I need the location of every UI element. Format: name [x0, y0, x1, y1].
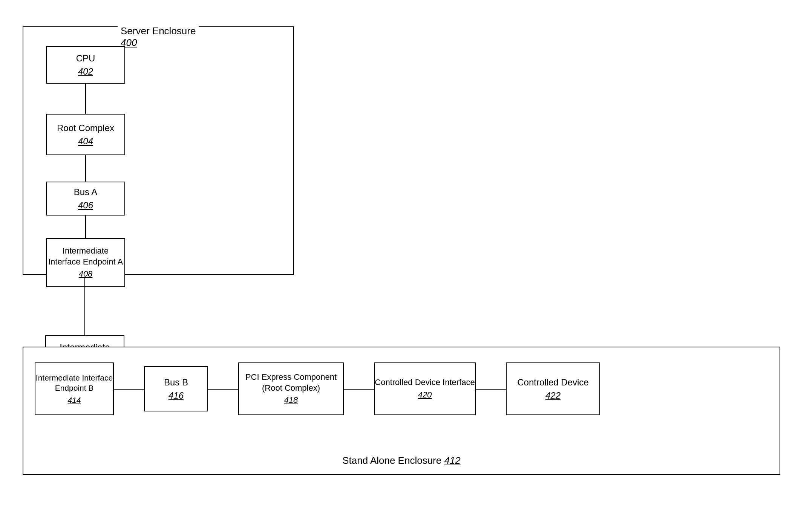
connector-bus-iia: [85, 216, 86, 238]
ii-endpoint-b-box: Intermediate Interface Endpoint B 414: [35, 362, 114, 415]
standalone-enclosure: Intermediate Interface Endpoint B 414 Bu…: [23, 347, 780, 475]
ii-endpoint-a-ref: 408: [79, 269, 93, 280]
connector-iia-ii: [84, 277, 85, 335]
controlled-device-interface-label: Controlled Device Interface: [375, 377, 475, 388]
controlled-device-label: Controlled Device: [517, 376, 588, 388]
standalone-enclosure-title: Stand Alone Enclosure: [342, 455, 441, 466]
bus-a-ref: 406: [78, 199, 93, 211]
root-complex-label: Root Complex: [57, 122, 114, 134]
standalone-enclosure-label: Stand Alone Enclosure 412: [23, 455, 780, 466]
standalone-enclosure-ref: 412: [444, 455, 460, 466]
cpu-box: CPU 402: [46, 46, 125, 84]
ii-endpoint-b-ref: 414: [67, 395, 81, 405]
root-complex-ref: 404: [78, 135, 93, 147]
connector-cdi-cd: [476, 389, 506, 390]
cpu-ref: 402: [78, 66, 93, 77]
connector-root-bus: [85, 155, 86, 182]
controlled-device-interface-ref: 420: [418, 390, 432, 401]
bus-b-box: Bus B 416: [144, 366, 208, 411]
server-enclosure-title: Server Enclosure: [121, 25, 196, 37]
controlled-device-ref: 422: [545, 390, 561, 401]
bus-a-box: Bus A 406: [46, 182, 125, 216]
server-enclosure: Server Enclosure 400 CPU 402 Root Comple…: [23, 26, 294, 275]
bus-a-label: Bus A: [74, 186, 98, 198]
pci-express-label: PCI Express Component (Root Complex): [239, 372, 343, 393]
ii-endpoint-a-label: Intermediate Interface Endpoint A: [47, 246, 124, 267]
controlled-device-box: Controlled Device 422: [506, 362, 600, 415]
connector-cpu-root: [85, 84, 86, 114]
diagram-container: Server Enclosure 400 CPU 402 Root Comple…: [11, 15, 784, 520]
server-enclosure-label: Server Enclosure 400: [118, 25, 199, 49]
bus-b-label: Bus B: [164, 376, 188, 388]
connector-busb-pci: [208, 389, 238, 390]
connector-iib-busb: [114, 389, 144, 390]
controlled-device-interface-box: Controlled Device Interface 420: [374, 362, 476, 415]
ii-endpoint-b-label: Intermediate Interface Endpoint B: [35, 373, 113, 393]
root-complex-box: Root Complex 404: [46, 114, 125, 155]
connector-pci-cdi: [344, 389, 374, 390]
pci-express-ref: 418: [284, 395, 298, 406]
ii-endpoint-a-box: Intermediate Interface Endpoint A 408: [46, 238, 125, 287]
cpu-label: CPU: [76, 52, 95, 64]
bus-b-ref: 416: [168, 390, 184, 401]
pci-express-box: PCI Express Component (Root Complex) 418: [238, 362, 344, 415]
